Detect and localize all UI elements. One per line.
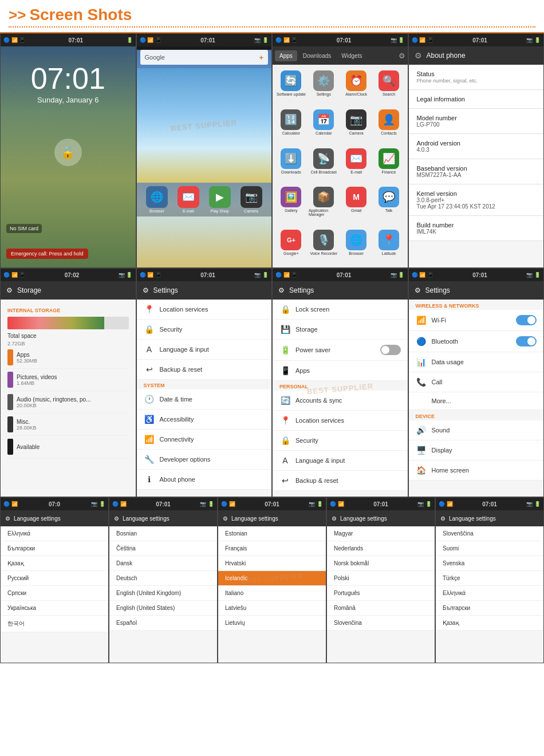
settings-backup[interactable]: ↩ Backup & reset bbox=[137, 360, 272, 380]
app-voice-recorder[interactable]: 🎙️ Voice Recorder bbox=[308, 226, 340, 265]
app-gallery[interactable]: 🖼️ Gallery bbox=[275, 183, 308, 226]
wifi-toggle[interactable] bbox=[516, 315, 537, 325]
home-dock-playshop[interactable]: ▶ Play Shop bbox=[209, 186, 231, 213]
lang-item[interactable]: Ελληνικά bbox=[1, 526, 108, 541]
settings-wifi[interactable]: 📶 Wi-Fi bbox=[409, 310, 544, 331]
app-contacts[interactable]: 👤 Contacts bbox=[373, 106, 405, 145]
about-status[interactable]: Status Phone number, signal, etc. bbox=[409, 65, 544, 90]
lang-item[interactable]: Lietuvių bbox=[218, 616, 326, 631]
settings-sound[interactable]: 🔊 Sound bbox=[409, 420, 544, 440]
settings-security-2[interactable]: 🔒 Security bbox=[273, 431, 408, 451]
lang-item[interactable]: Italiano bbox=[218, 586, 326, 601]
settings-about[interactable]: ℹ About phone bbox=[137, 470, 272, 490]
lang-item[interactable]: Slovenščina bbox=[436, 526, 543, 541]
settings-backup-2[interactable]: ↩ Backup & reset bbox=[273, 471, 408, 491]
settings-lockscreen[interactable]: 🔒 Lock screen bbox=[273, 300, 408, 320]
app-settings[interactable]: ⚙️ Settings bbox=[308, 67, 340, 106]
lang-item[interactable]: Português bbox=[327, 586, 435, 601]
lang-item[interactable]: Suomi bbox=[436, 541, 543, 556]
app-latitude[interactable]: 📍 Latitude bbox=[373, 226, 405, 265]
tab-downloads[interactable]: Downloads bbox=[298, 50, 336, 61]
app-talk[interactable]: 💬 Talk bbox=[373, 183, 405, 226]
home-dock-email[interactable]: ✉️ E-mail bbox=[178, 186, 199, 213]
app-googleplus[interactable]: G+ Google+ bbox=[275, 226, 308, 265]
settings-connectivity[interactable]: 📶 Connectivity bbox=[137, 430, 272, 450]
settings-accessibility[interactable]: ♿ Accessibility bbox=[137, 410, 272, 430]
lang-item[interactable]: Nederlands bbox=[327, 541, 435, 556]
settings-security[interactable]: 🔒 Security bbox=[137, 320, 272, 340]
settings-language[interactable]: A Language & input bbox=[137, 340, 272, 360]
lang-item[interactable]: Bosnian bbox=[109, 526, 217, 541]
about-model[interactable]: Model number LG-P700 bbox=[409, 109, 544, 134]
settings-call[interactable]: 📞 Call bbox=[409, 372, 544, 392]
about-baseband[interactable]: Baseband version MSM7227A-1-AA bbox=[409, 159, 544, 184]
lang-item[interactable]: Русский bbox=[1, 571, 108, 586]
google-search-bar[interactable]: Google + bbox=[140, 50, 269, 65]
tab-apps[interactable]: Apps bbox=[275, 50, 297, 61]
lang-item[interactable]: Български bbox=[436, 601, 543, 616]
lang-item[interactable]: Română bbox=[327, 601, 435, 616]
lang-item[interactable]: Hrvatski bbox=[218, 556, 326, 571]
gear-icon[interactable]: ⚙ bbox=[399, 52, 405, 60]
lang-item[interactable]: Español bbox=[109, 616, 217, 631]
settings-display[interactable]: 🖥️ Display bbox=[409, 440, 544, 460]
app-downloads[interactable]: ⬇️ Downloads bbox=[275, 145, 308, 184]
lang-item[interactable]: Қазақ bbox=[1, 556, 108, 571]
tab-widgets[interactable]: Widgets bbox=[337, 50, 366, 61]
settings-data-usage[interactable]: 📊 Data usage bbox=[409, 352, 544, 372]
lang-item[interactable]: Српски bbox=[1, 586, 108, 601]
app-cell-broadcast[interactable]: 📡 Cell Broadcast bbox=[308, 145, 340, 184]
lang-item[interactable]: Magyar bbox=[327, 526, 435, 541]
lang-item[interactable]: Latviešu bbox=[218, 601, 326, 616]
app-alarm[interactable]: ⏰ Alarm/Clock bbox=[340, 67, 373, 106]
lang-item[interactable]: 한국어 bbox=[1, 616, 108, 632]
lang-item[interactable]: Čeština bbox=[109, 541, 217, 556]
lang-item[interactable]: Polski bbox=[327, 571, 435, 586]
settings-more[interactable]: More... bbox=[409, 392, 544, 410]
settings-language-2[interactable]: A Language & input bbox=[273, 451, 408, 471]
about-android[interactable]: Android version 4.0.3 bbox=[409, 134, 544, 159]
app-app-manager[interactable]: 📦 Application Manager bbox=[308, 183, 340, 226]
settings-accounts[interactable]: 🔄 Accounts & sync bbox=[273, 391, 408, 411]
app-browser[interactable]: 🌐 Browser bbox=[340, 226, 373, 265]
lang-item[interactable]: Қазақ bbox=[436, 616, 543, 631]
settings-datetime[interactable]: 🕐 Date & time bbox=[137, 389, 272, 410]
lang-item[interactable]: English (United Kingdom) bbox=[109, 586, 217, 601]
settings-developer[interactable]: 🔧 Developer options bbox=[137, 450, 272, 470]
settings-apps[interactable]: 📱 Apps bbox=[273, 361, 408, 381]
lang-item-highlighted[interactable]: Icelandic bbox=[218, 571, 326, 586]
app-software-update[interactable]: 🔄 Software update bbox=[275, 67, 308, 106]
lang-item[interactable]: Français bbox=[218, 541, 326, 556]
about-kernel[interactable]: Kernel version 3.0.8-perf+Tue Apr 17 23:… bbox=[409, 184, 544, 216]
settings-location-2[interactable]: 📍 Location services bbox=[273, 411, 408, 431]
settings-storage[interactable]: 💾 Storage bbox=[273, 320, 408, 340]
about-build[interactable]: Build number IML74K bbox=[409, 216, 544, 241]
app-calendar[interactable]: 📅 Calendar bbox=[308, 106, 340, 145]
power-saver-toggle[interactable] bbox=[380, 345, 401, 355]
lang-item[interactable]: Українська bbox=[1, 601, 108, 616]
app-finance[interactable]: 📈 Finance bbox=[373, 145, 405, 184]
lang-item[interactable]: Dansk bbox=[109, 556, 217, 571]
settings-bluetooth[interactable]: 🔵 Bluetooth bbox=[409, 331, 544, 352]
home-dock-camera[interactable]: 📷 Camera bbox=[241, 186, 262, 213]
lang-item[interactable]: Norsk bokmål bbox=[327, 556, 435, 571]
app-calculator[interactable]: 🔢 Calculator bbox=[275, 106, 308, 145]
app-gmail[interactable]: M Gmail bbox=[340, 183, 373, 226]
lang-item[interactable]: Slovenčina bbox=[327, 616, 435, 631]
lang-item[interactable]: Estonian bbox=[218, 526, 326, 541]
lang-item[interactable]: Deutsch bbox=[109, 571, 217, 586]
settings-homescreen[interactable]: 🏠 Home screen bbox=[409, 460, 544, 481]
settings-location[interactable]: 📍 Location services bbox=[137, 300, 272, 320]
settings-powersaver[interactable]: 🔋 Power saver bbox=[273, 340, 408, 361]
app-camera[interactable]: 📷 Camera bbox=[340, 106, 373, 145]
home-dock-browser[interactable]: 🌐 Browser bbox=[146, 186, 168, 213]
app-email[interactable]: ✉️ E-mail bbox=[340, 145, 373, 184]
app-search[interactable]: 🔍 Search bbox=[373, 67, 405, 106]
lang-item[interactable]: English (United States) bbox=[109, 601, 217, 616]
lang-item[interactable]: Türkçe bbox=[436, 571, 543, 586]
lang-item[interactable]: Ελληνικά bbox=[436, 586, 543, 601]
bluetooth-toggle[interactable] bbox=[516, 336, 537, 346]
lang-item[interactable]: Български bbox=[1, 541, 108, 556]
lang-item[interactable]: Svenska bbox=[436, 556, 543, 571]
about-legal[interactable]: Legal information bbox=[409, 90, 544, 109]
